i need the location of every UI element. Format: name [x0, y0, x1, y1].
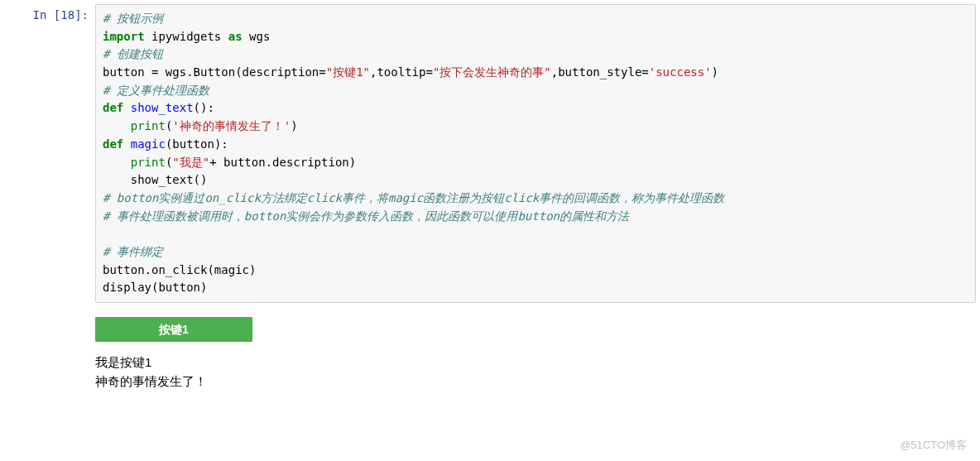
code-comment: # 按钮示例 — [103, 12, 163, 25]
code-funcname: magic — [123, 137, 166, 151]
code-builtin-print: print — [131, 119, 166, 132]
input-cell: In [18]: # 按钮示例 import ipywidgets as wgs… — [0, 0, 980, 307]
code-text: ) — [712, 65, 718, 79]
watermark-text: @51CTO博客 — [900, 438, 967, 453]
code-text: display(button) — [103, 281, 207, 294]
code-keyword-def: def — [103, 137, 123, 151]
code-keyword-as: as — [228, 30, 243, 43]
output-line: 我是按键1 — [95, 353, 980, 372]
code-string: "按下会发生神奇的事" — [433, 65, 551, 79]
code-block: # 按钮示例 import ipywidgets as wgs # 创建按钮 b… — [103, 10, 968, 297]
code-comment: # botton实例通过on_click方法绑定click事件，将magic函数… — [103, 191, 724, 204]
code-funcname: show_text — [123, 101, 193, 114]
code-text: button.on_click(magic) — [103, 263, 256, 276]
code-text: (button): — [166, 137, 228, 151]
code-comment: # 创建按钮 — [103, 47, 163, 60]
code-builtin-print: print — [131, 156, 166, 169]
code-indent — [103, 119, 131, 132]
output-line: 神奇的事情发生了！ — [95, 372, 980, 391]
code-comment: # 事件绑定 — [103, 245, 163, 258]
prompt-label: In [18]: — [33, 8, 89, 22]
code-text: ipywidgets — [145, 30, 228, 43]
stdout-output: 我是按键1 神奇的事情发生了！ — [95, 353, 980, 391]
code-text: (): — [194, 101, 214, 114]
code-string: "我是" — [172, 156, 209, 169]
code-text: + button.description) — [209, 156, 356, 169]
code-text: ,tooltip= — [370, 65, 433, 79]
code-text: ) — [291, 119, 297, 132]
code-comment: # 事件处理函数被调用时，botton实例会作为参数传入函数，因此函数可以使用b… — [103, 209, 629, 223]
ipywidget-button[interactable]: 按键1 — [95, 317, 252, 342]
code-text: show_text() — [131, 173, 208, 186]
code-indent — [103, 156, 131, 169]
code-string: '神奇的事情发生了！' — [172, 119, 291, 132]
code-input-area[interactable]: # 按钮示例 import ipywidgets as wgs # 创建按钮 b… — [95, 4, 976, 303]
code-indent — [103, 173, 131, 186]
code-comment: # 定义事件处理函数 — [103, 84, 209, 97]
code-string: 'success' — [649, 65, 712, 79]
code-text: button = wgs.Button(description= — [103, 65, 326, 79]
code-text: ,button_style= — [551, 65, 649, 79]
code-keyword-def: def — [103, 101, 123, 114]
code-keyword-import: import — [103, 30, 145, 43]
code-text: wgs — [243, 30, 271, 43]
input-prompt: In [18]: — [4, 4, 95, 303]
output-area: 按键1 我是按键1 神奇的事情发生了！ — [0, 307, 980, 391]
code-string: "按键1" — [326, 65, 370, 79]
